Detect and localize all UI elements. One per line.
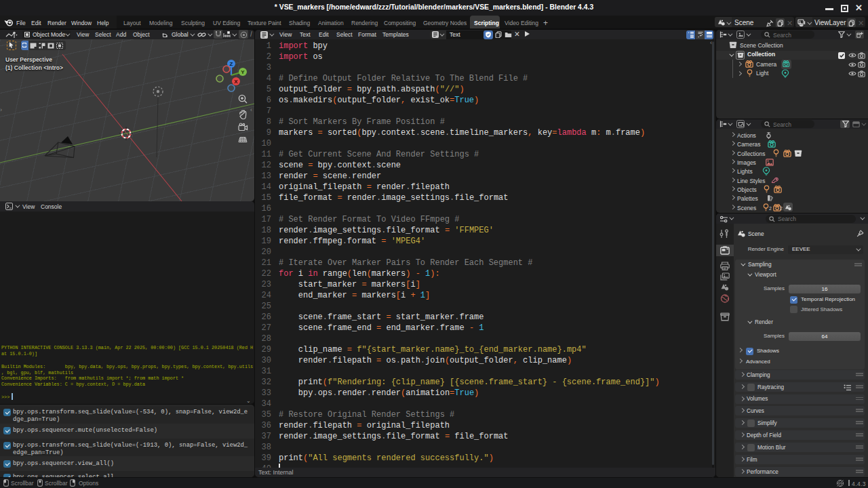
svg-text:Z: Z xyxy=(230,61,233,67)
svg-text:Y: Y xyxy=(241,69,245,75)
svg-text:X: X xyxy=(234,79,238,85)
